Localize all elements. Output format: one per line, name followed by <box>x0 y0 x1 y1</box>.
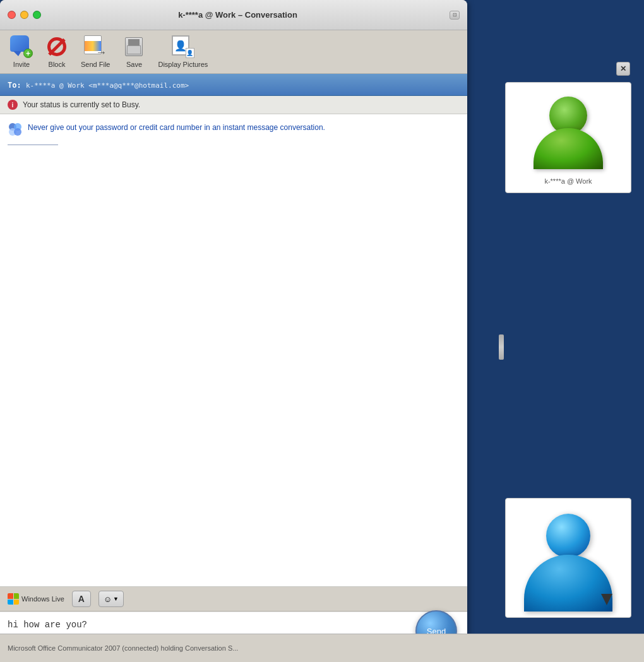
display-pictures-label: Display Pictures <box>158 61 208 68</box>
msn-icon <box>8 122 23 137</box>
title-bar: k-****a @ Work – Conversation ⊡ <box>0 0 467 30</box>
to-field-text: To: k-****a @ Work <m***a@q***@hotmail.c… <box>8 81 189 90</box>
bottom-status-bar: Microsoft Office Communicator 2007 (conn… <box>0 634 644 662</box>
invite-icon: + <box>10 35 33 58</box>
security-notice: Never give out your password or credit c… <box>8 122 460 137</box>
maximize-button[interactable] <box>33 11 41 19</box>
windows-live-text: Windows Live <box>21 595 64 603</box>
my-avatar <box>515 504 622 612</box>
block-button[interactable]: Block <box>45 35 68 68</box>
bottom-status-text: Microsoft Office Communicator 2007 (conn… <box>8 644 238 652</box>
save-label: Save <box>126 61 142 68</box>
send-file-icon: → <box>84 35 107 58</box>
message-input[interactable]: hi how are you? <box>8 618 409 632</box>
display-pictures-icon: 👤 👤 <box>172 35 194 58</box>
status-text: Your status is currently set to Busy. <box>23 100 140 109</box>
panel-close-button[interactable]: ✕ <box>616 62 630 76</box>
status-bar: i Your status is currently set to Busy. <box>0 96 467 114</box>
my-avatar-body <box>524 555 612 612</box>
contact-avatar-green <box>527 90 609 172</box>
minimize-button[interactable] <box>20 11 28 19</box>
send-file-button[interactable]: → Send File <box>81 35 110 68</box>
status-icon: i <box>8 100 18 110</box>
invite-button[interactable]: + Invite <box>10 35 33 68</box>
send-file-label: Send File <box>81 61 110 68</box>
chat-divider <box>8 145 58 145</box>
display-pictures-button[interactable]: 👤 👤 Display Pictures <box>158 35 208 68</box>
invite-label: Invite <box>13 61 30 68</box>
block-icon <box>45 35 68 58</box>
conversation-window: k-****a @ Work – Conversation ⊡ + Invite <box>0 0 467 662</box>
my-avatar-head <box>546 514 590 558</box>
save-icon <box>122 35 145 58</box>
security-text: Never give out your password or credit c… <box>28 122 325 133</box>
font-format-button[interactable]: A <box>72 591 91 607</box>
to-field: To: k-****a @ Work <m***a@q***@hotmail.c… <box>0 74 467 96</box>
block-label: Block <box>49 61 66 68</box>
windows-live-logo: Windows Live <box>8 593 64 605</box>
svg-point-3 <box>14 128 21 136</box>
close-button[interactable] <box>8 11 16 19</box>
avatar-body <box>534 128 603 169</box>
emoji-button[interactable]: ☺ ▼ <box>98 591 124 607</box>
windows-flag-icon <box>8 593 19 605</box>
save-button[interactable]: Save <box>122 35 145 68</box>
chat-area: Never give out your password or credit c… <box>0 114 467 587</box>
resize-button[interactable]: ⊡ <box>450 11 460 20</box>
title-bar-right: ⊡ <box>434 11 460 20</box>
toolbar: + Invite Block → <box>0 30 467 74</box>
scroll-indicator <box>499 334 504 360</box>
contact-card: k-****a @ Work <box>505 82 631 193</box>
contact-name: k-****a @ Work <box>544 177 592 185</box>
bottom-toolbar: Windows Live A ☺ ▼ <box>0 587 467 612</box>
my-avatar-card <box>505 498 631 618</box>
window-title: k-****a @ Work – Conversation <box>41 10 434 20</box>
window-controls <box>8 11 41 19</box>
